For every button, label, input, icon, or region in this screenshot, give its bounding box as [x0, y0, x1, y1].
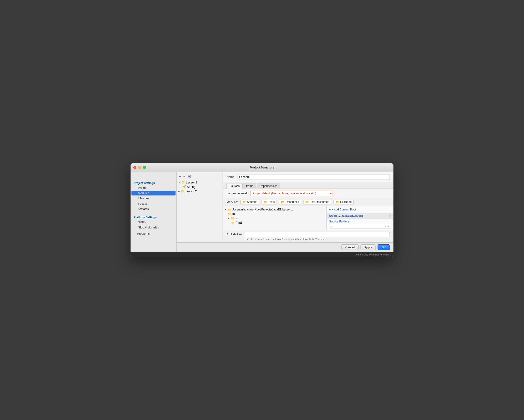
detail-panel: Name: Sources Paths Dependencies Languag…	[223, 172, 393, 242]
module-tree-panel: + − ▣ ▼ 📁 Lesson1 🌱 Spring	[177, 172, 223, 242]
source-folders-section: Source Folders src ✎ ✕	[327, 219, 393, 230]
part1-folder-icon: 📁	[231, 221, 235, 224]
exclude-right: Use ; to separate name patterns, * for a…	[245, 232, 390, 241]
ft-item-src[interactable]: ▼ 📁 src	[223, 216, 326, 221]
exclude-hint: Use ; to separate name patterns, * for a…	[245, 238, 390, 241]
content-area: + − ▣ ▼ 📁 Lesson1 🌱 Spring	[177, 172, 393, 242]
tab-paths[interactable]: Paths	[243, 183, 256, 189]
sidebar-item-libraries[interactable]: Libraries	[131, 196, 175, 201]
excluded-icon: 📂	[336, 200, 339, 204]
folder-icon: 📁	[181, 181, 185, 184]
ft-item-lib[interactable]: 📁 lib	[223, 212, 326, 216]
cancel-button[interactable]: Cancel	[341, 244, 358, 250]
sidebar-item-sdks[interactable]: SDKs	[131, 220, 175, 224]
titlebar: Project Structure	[131, 163, 393, 172]
back-arrow[interactable]: ←	[133, 175, 136, 179]
traffic-lights	[133, 166, 146, 169]
source-folder-remove-button[interactable]: ✕	[387, 225, 390, 228]
chevron-down-icon: ▼	[178, 181, 180, 184]
sidebar: ← → Project Settings Project Modules Lib…	[131, 172, 177, 252]
sources-content: Language level: Project default (8 – Lam…	[223, 189, 393, 242]
mark-excluded-button[interactable]: 📂 Excluded	[333, 200, 354, 205]
mark-test-resources-button[interactable]: 📂 Test Resources	[303, 200, 331, 205]
source-folder-edit-button[interactable]: ✎	[384, 225, 387, 228]
name-label: Name:	[227, 175, 235, 179]
mark-as-label: Mark as:	[227, 200, 238, 204]
action-bar: Cancel Apply OK	[177, 242, 393, 252]
src-folder-icon: 📁	[231, 217, 234, 220]
content: + − ▣ ▼ 📁 Lesson1 🌱 Spring	[177, 172, 393, 252]
add-module-button[interactable]: +	[178, 174, 182, 178]
mark-sources-button[interactable]: 📂 Sources	[240, 200, 259, 205]
copy-module-button[interactable]: ▣	[187, 174, 192, 178]
project-settings-header: Project Settings	[131, 179, 176, 185]
language-level-row: Language level: Project default (8 – Lam…	[223, 189, 393, 198]
source-path-text: /Users/.../JavaEE/Lesson1	[329, 214, 363, 217]
source-path-header: /Users/.../JavaEE/Lesson1 ✕	[327, 213, 393, 219]
name-row: Name:	[223, 172, 393, 182]
chevron-down-icon: ▼	[227, 217, 230, 220]
sources-icon: 📂	[242, 200, 246, 204]
sidebar-item-global-libraries[interactable]: Global Libraries	[131, 225, 175, 230]
sidebar-item-artifacts[interactable]: Artifacts	[131, 206, 175, 211]
source-folders-title: Source Folders	[329, 220, 391, 223]
project-structure-window: Project Structure ← → Project Settings P…	[131, 163, 393, 257]
spring-icon: 🌱	[182, 185, 186, 188]
remove-module-button[interactable]: −	[183, 174, 186, 178]
minimize-button[interactable]	[138, 166, 141, 169]
language-level-label: Language level:	[227, 192, 248, 195]
sidebar-item-problems[interactable]: Problems	[131, 230, 176, 236]
exclude-row: Exclude files: Use ; to separate name pa…	[223, 230, 393, 242]
source-sidebar: + + Add Content Root /Users/.../JavaEE/L…	[327, 206, 393, 230]
tests-icon: 📂	[264, 200, 267, 204]
platform-settings-header: Platform Settings	[131, 214, 176, 219]
close-source-path-button[interactable]: ✕	[389, 214, 391, 217]
source-folder-item-src[interactable]: src ✎ ✕	[329, 224, 391, 229]
plus-icon: +	[329, 208, 331, 211]
ft-item-part1[interactable]: 📁 Part1	[223, 221, 326, 225]
folder-icon: 📁	[181, 189, 184, 193]
split-area: ▼ 📁 /Users/nihuanirre_/IdeaProjects/Java…	[223, 206, 393, 230]
statusbar: https://blog.csdn.net/Nihuanirre	[131, 252, 393, 257]
sidebar-item-project[interactable]: Project	[131, 185, 175, 190]
sidebar-item-facets[interactable]: Facets	[131, 201, 175, 206]
tree-item-spring[interactable]: 🌱 Spring	[177, 185, 223, 189]
tree-item-lesson2[interactable]: ▶ 📁 Lesson2	[177, 189, 223, 193]
exclude-files-label: Exclude files:	[227, 232, 243, 236]
language-level-select[interactable]: Project default (8 – Lambdas, type annot…	[250, 191, 333, 196]
ok-button[interactable]: OK	[377, 244, 390, 250]
statusbar-url: https://blog.csdn.net/Nihuanirre	[356, 253, 391, 256]
lib-folder-icon: 📁	[227, 212, 231, 216]
mark-as-row: Mark as: 📂 Sources 📂 Tests 📂	[223, 198, 393, 206]
chevron-down-icon: ▼	[225, 208, 227, 211]
add-content-root-button[interactable]: + + Add Content Root	[327, 206, 393, 213]
resources-icon: 📂	[281, 200, 285, 204]
sidebar-item-modules[interactable]: Modules	[131, 191, 175, 196]
mark-resources-button[interactable]: 📂 Resources	[279, 200, 301, 205]
nav-row: ← →	[131, 174, 176, 179]
close-button[interactable]	[133, 166, 136, 169]
tree-toolbar: + − ▣	[177, 173, 223, 179]
test-resources-icon: 📂	[305, 200, 309, 204]
file-tree: ▼ 📁 /Users/nihuanirre_/IdeaProjects/Java…	[223, 206, 327, 230]
chevron-right-icon: ▶	[178, 190, 180, 192]
tab-sources[interactable]: Sources	[227, 183, 243, 189]
window-title: Project Structure	[250, 166, 274, 169]
mark-tests-button[interactable]: 📂 Tests	[262, 200, 277, 205]
forward-arrow[interactable]: →	[138, 175, 141, 179]
tree-item-lesson1[interactable]: ▼ 📁 Lesson1	[177, 180, 223, 185]
ft-item-root[interactable]: ▼ 📁 /Users/nihuanirre_/IdeaProjects/Java…	[223, 207, 326, 212]
tab-dependencies[interactable]: Dependencies	[257, 183, 280, 189]
apply-button[interactable]: Apply	[360, 244, 376, 250]
tabs-row: Sources Paths Dependencies	[223, 182, 393, 189]
name-input[interactable]	[237, 174, 390, 180]
exclude-files-input[interactable]	[245, 232, 390, 237]
root-folder-icon: 📁	[228, 208, 232, 211]
maximize-button[interactable]	[143, 166, 146, 169]
main-body: ← → Project Settings Project Modules Lib…	[131, 172, 393, 252]
source-folder-actions: ✎ ✕	[384, 225, 390, 228]
